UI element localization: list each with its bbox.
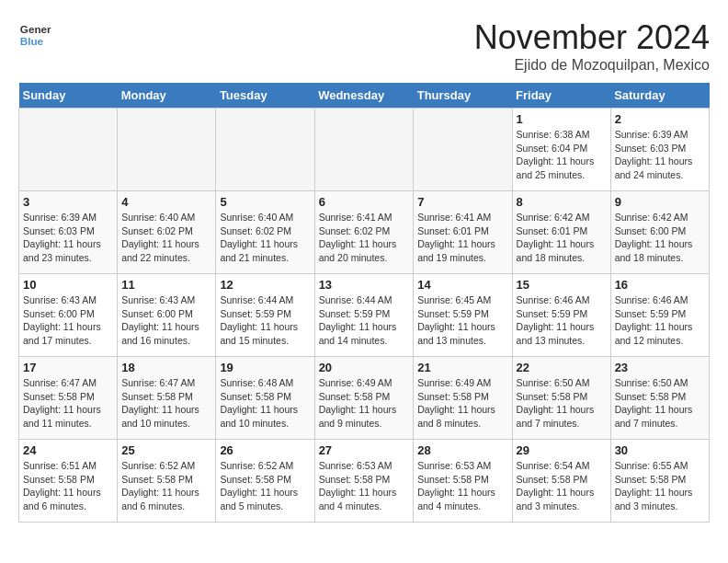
header-wednesday: Wednesday <box>314 83 414 109</box>
day-detail: Sunrise: 6:40 AM Sunset: 6:02 PM Dayligh… <box>121 211 211 265</box>
day-detail: Sunrise: 6:44 AM Sunset: 5:59 PM Dayligh… <box>220 293 310 348</box>
calendar-cell: 1Sunrise: 6:38 AM Sunset: 6:04 PM Daylig… <box>512 109 610 191</box>
calendar-cell: 9Sunrise: 6:42 AM Sunset: 6:00 PM Daylig… <box>610 191 709 274</box>
day-number: 5 <box>220 195 310 209</box>
day-detail: Sunrise: 6:54 AM Sunset: 5:58 PM Dayligh… <box>517 459 607 513</box>
day-detail: Sunrise: 6:55 AM Sunset: 5:58 PM Dayligh… <box>615 459 705 513</box>
calendar-cell: 12Sunrise: 6:44 AM Sunset: 5:59 PM Dayli… <box>216 274 314 357</box>
header-thursday: Thursday <box>414 83 512 109</box>
day-detail: Sunrise: 6:52 AM Sunset: 5:58 PM Dayligh… <box>220 459 310 513</box>
day-detail: Sunrise: 6:43 AM Sunset: 6:00 PM Dayligh… <box>23 293 113 348</box>
header-saturday: Saturday <box>610 83 709 109</box>
day-number: 30 <box>615 443 705 457</box>
day-detail: Sunrise: 6:47 AM Sunset: 5:58 PM Dayligh… <box>121 376 211 431</box>
day-number: 23 <box>615 361 705 374</box>
day-number: 22 <box>517 361 607 374</box>
day-number: 10 <box>23 278 113 292</box>
calendar-cell <box>216 109 314 191</box>
day-number: 26 <box>220 443 310 457</box>
calendar-cell: 22Sunrise: 6:50 AM Sunset: 5:58 PM Dayli… <box>512 357 610 440</box>
calendar-cell <box>118 109 216 191</box>
day-detail: Sunrise: 6:49 AM Sunset: 5:58 PM Dayligh… <box>417 376 507 431</box>
logo: General Blue <box>18 18 51 52</box>
day-number: 27 <box>319 443 410 457</box>
day-number: 29 <box>517 443 607 457</box>
day-detail: Sunrise: 6:39 AM Sunset: 6:03 PM Dayligh… <box>23 211 113 265</box>
day-number: 24 <box>23 443 113 457</box>
calendar-cell: 18Sunrise: 6:47 AM Sunset: 5:58 PM Dayli… <box>118 357 216 440</box>
svg-text:General: General <box>20 23 51 35</box>
day-detail: Sunrise: 6:52 AM Sunset: 5:58 PM Dayligh… <box>121 459 211 513</box>
calendar-cell: 7Sunrise: 6:41 AM Sunset: 6:01 PM Daylig… <box>414 191 512 274</box>
calendar-week-3: 10Sunrise: 6:43 AM Sunset: 6:00 PM Dayli… <box>19 274 710 357</box>
day-number: 3 <box>23 195 113 209</box>
calendar-cell <box>19 109 118 191</box>
calendar-cell: 26Sunrise: 6:52 AM Sunset: 5:58 PM Dayli… <box>216 440 314 523</box>
day-number: 20 <box>319 361 410 374</box>
day-detail: Sunrise: 6:44 AM Sunset: 5:59 PM Dayligh… <box>319 293 410 348</box>
calendar-week-2: 3Sunrise: 6:39 AM Sunset: 6:03 PM Daylig… <box>19 191 710 274</box>
day-number: 2 <box>615 112 705 126</box>
calendar-cell: 29Sunrise: 6:54 AM Sunset: 5:58 PM Dayli… <box>512 440 610 523</box>
calendar-cell: 5Sunrise: 6:40 AM Sunset: 6:02 PM Daylig… <box>216 191 314 274</box>
day-number: 6 <box>319 195 410 209</box>
calendar-cell: 13Sunrise: 6:44 AM Sunset: 5:59 PM Dayli… <box>314 274 414 357</box>
calendar-cell: 6Sunrise: 6:41 AM Sunset: 6:02 PM Daylig… <box>314 191 414 274</box>
day-number: 13 <box>319 278 410 292</box>
day-number: 7 <box>417 195 507 209</box>
day-number: 28 <box>417 443 507 457</box>
calendar-cell: 23Sunrise: 6:50 AM Sunset: 5:58 PM Dayli… <box>610 357 709 440</box>
day-detail: Sunrise: 6:42 AM Sunset: 6:01 PM Dayligh… <box>517 211 607 265</box>
calendar-cell: 24Sunrise: 6:51 AM Sunset: 5:58 PM Dayli… <box>19 440 118 523</box>
location-subtitle: Ejido de Mozoquilpan, Mexico <box>474 57 710 74</box>
logo-icon: General Blue <box>18 18 51 52</box>
day-detail: Sunrise: 6:47 AM Sunset: 5:58 PM Dayligh… <box>23 376 113 431</box>
day-number: 18 <box>121 361 211 374</box>
calendar-cell: 4Sunrise: 6:40 AM Sunset: 6:02 PM Daylig… <box>118 191 216 274</box>
calendar-cell: 17Sunrise: 6:47 AM Sunset: 5:58 PM Dayli… <box>19 357 118 440</box>
day-detail: Sunrise: 6:40 AM Sunset: 6:02 PM Dayligh… <box>220 211 310 265</box>
day-detail: Sunrise: 6:50 AM Sunset: 5:58 PM Dayligh… <box>517 376 607 431</box>
day-detail: Sunrise: 6:45 AM Sunset: 5:59 PM Dayligh… <box>417 293 507 348</box>
day-detail: Sunrise: 6:46 AM Sunset: 5:59 PM Dayligh… <box>517 293 607 348</box>
header-monday: Monday <box>118 83 216 109</box>
calendar-cell: 21Sunrise: 6:49 AM Sunset: 5:58 PM Dayli… <box>414 357 512 440</box>
day-number: 9 <box>615 195 705 209</box>
day-number: 1 <box>517 112 607 126</box>
day-number: 21 <box>417 361 507 374</box>
day-detail: Sunrise: 6:39 AM Sunset: 6:03 PM Dayligh… <box>615 128 705 182</box>
day-number: 11 <box>121 278 211 292</box>
calendar-cell: 8Sunrise: 6:42 AM Sunset: 6:01 PM Daylig… <box>512 191 610 274</box>
title-block: November 2024 Ejido de Mozoquilpan, Mexi… <box>474 18 710 74</box>
header-tuesday: Tuesday <box>216 83 314 109</box>
day-number: 8 <box>517 195 607 209</box>
svg-text:Blue: Blue <box>20 35 44 47</box>
calendar-cell: 3Sunrise: 6:39 AM Sunset: 6:03 PM Daylig… <box>19 191 118 274</box>
day-detail: Sunrise: 6:41 AM Sunset: 6:02 PM Dayligh… <box>319 211 410 265</box>
calendar-cell: 30Sunrise: 6:55 AM Sunset: 5:58 PM Dayli… <box>610 440 709 523</box>
calendar-cell: 19Sunrise: 6:48 AM Sunset: 5:58 PM Dayli… <box>216 357 314 440</box>
calendar-cell: 16Sunrise: 6:46 AM Sunset: 5:59 PM Dayli… <box>610 274 709 357</box>
day-number: 15 <box>517 278 607 292</box>
day-number: 25 <box>121 443 211 457</box>
calendar-cell: 20Sunrise: 6:49 AM Sunset: 5:58 PM Dayli… <box>314 357 414 440</box>
day-detail: Sunrise: 6:43 AM Sunset: 6:00 PM Dayligh… <box>121 293 211 348</box>
page-header: General Blue November 2024 Ejido de Mozo… <box>18 18 710 74</box>
day-number: 14 <box>417 278 507 292</box>
day-detail: Sunrise: 6:51 AM Sunset: 5:58 PM Dayligh… <box>23 459 113 513</box>
calendar-header-row: Sunday Monday Tuesday Wednesday Thursday… <box>19 83 710 109</box>
calendar-cell: 15Sunrise: 6:46 AM Sunset: 5:59 PM Dayli… <box>512 274 610 357</box>
day-number: 16 <box>615 278 705 292</box>
calendar-cell: 25Sunrise: 6:52 AM Sunset: 5:58 PM Dayli… <box>118 440 216 523</box>
day-detail: Sunrise: 6:42 AM Sunset: 6:00 PM Dayligh… <box>615 211 705 265</box>
header-sunday: Sunday <box>19 83 118 109</box>
calendar-cell: 14Sunrise: 6:45 AM Sunset: 5:59 PM Dayli… <box>414 274 512 357</box>
calendar-table: Sunday Monday Tuesday Wednesday Thursday… <box>18 83 710 523</box>
calendar-week-1: 1Sunrise: 6:38 AM Sunset: 6:04 PM Daylig… <box>19 109 710 191</box>
calendar-cell <box>414 109 512 191</box>
day-number: 17 <box>23 361 113 374</box>
day-detail: Sunrise: 6:48 AM Sunset: 5:58 PM Dayligh… <box>220 376 310 431</box>
calendar-week-5: 24Sunrise: 6:51 AM Sunset: 5:58 PM Dayli… <box>19 440 710 523</box>
calendar-cell: 28Sunrise: 6:53 AM Sunset: 5:58 PM Dayli… <box>414 440 512 523</box>
calendar-cell: 10Sunrise: 6:43 AM Sunset: 6:00 PM Dayli… <box>19 274 118 357</box>
